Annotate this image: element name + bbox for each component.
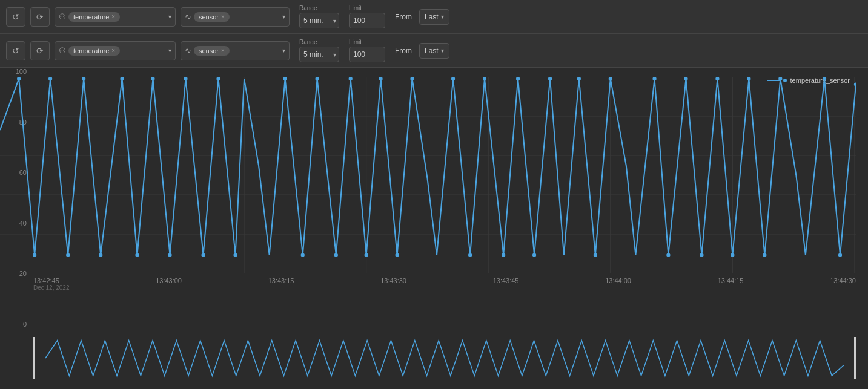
svg-point-29 [316, 77, 319, 80]
svg-point-35 [410, 77, 414, 80]
svg-point-28 [301, 253, 305, 257]
svg-point-52 [747, 77, 750, 80]
sync-button-1[interactable]: ⟳ [30, 7, 50, 27]
limit-group-2: Limit [349, 39, 385, 62]
svg-point-51 [731, 253, 734, 257]
series-input-2[interactable]: ∿ sensor × ▾ [181, 41, 290, 60]
from-label-2: From [395, 47, 412, 55]
svg-point-38 [483, 77, 486, 80]
svg-point-40 [516, 77, 520, 80]
temperature-tag-1[interactable]: temperature × [68, 12, 120, 22]
temperature-tag-2[interactable]: temperature × [68, 46, 120, 56]
svg-point-41 [532, 253, 536, 257]
sensor-tag-close-1[interactable]: × [221, 13, 225, 20]
svg-point-47 [666, 253, 670, 257]
limit-input-2[interactable] [349, 47, 385, 62]
svg-point-34 [395, 253, 399, 257]
x-label-6: 13:44:15 [718, 277, 744, 291]
x-label-7: 13:44:30 [830, 277, 856, 291]
svg-point-44 [594, 253, 597, 257]
sensor-tag-1[interactable]: sensor × [194, 12, 230, 22]
sensor-tag-2[interactable]: sensor × [194, 46, 230, 56]
svg-point-20 [135, 253, 139, 257]
svg-point-32 [365, 253, 368, 257]
metric-input-2[interactable]: ⚇ temperature × ▾ [55, 41, 176, 60]
svg-point-55 [823, 77, 826, 80]
chart-area: temperature_sensor 100 80 60 40 20 0 [0, 68, 868, 328]
y-label-100: 100 [16, 68, 27, 75]
svg-point-31 [349, 77, 353, 80]
svg-point-25 [216, 77, 220, 80]
temperature-tag-close-1[interactable]: × [111, 13, 115, 20]
x-label-3: 13:43:30 [380, 277, 406, 291]
svg-point-46 [652, 77, 656, 80]
range-label-1: Range [299, 5, 317, 11]
range-group-1: Range 5 min. 15 min. 1 hour [299, 5, 339, 28]
limit-group-1: Limit [349, 5, 385, 28]
svg-point-54 [778, 77, 782, 80]
svg-point-15 [48, 77, 52, 80]
svg-point-50 [715, 77, 719, 80]
temperature-tag-close-2[interactable]: × [111, 47, 115, 54]
toolbar-2: ↺ ⟳ ⚇ temperature × ▾ ∿ sensor × ▾ Range… [0, 34, 868, 68]
metric-dropdown-arrow-1[interactable]: ▾ [168, 13, 171, 20]
x-label-4: 13:43:45 [493, 277, 519, 291]
svg-point-24 [201, 253, 205, 257]
svg-point-57 [854, 82, 856, 86]
series-input-1[interactable]: ∿ sensor × ▾ [181, 7, 290, 27]
svg-point-14 [33, 253, 36, 257]
svg-point-18 [99, 253, 102, 257]
last-button-2[interactable]: Last [419, 43, 449, 59]
metric-icon-2: ⚇ [59, 46, 66, 55]
range-select-wrap-1[interactable]: 5 min. 15 min. 1 hour [299, 13, 339, 28]
svg-point-36 [451, 77, 455, 80]
svg-point-27 [283, 77, 287, 80]
svg-point-33 [379, 77, 382, 80]
range-group-2: Range 5 min. 15 min. 1 hour [299, 39, 339, 62]
sync-button-2[interactable]: ⟳ [30, 41, 50, 60]
svg-point-30 [334, 253, 338, 257]
range-label-2: Range [299, 39, 317, 45]
svg-point-26 [233, 253, 237, 257]
svg-point-53 [763, 253, 766, 257]
svg-point-22 [168, 253, 171, 257]
limit-label-2: Limit [349, 39, 362, 45]
y-label-0: 0 [23, 321, 27, 328]
scrubber-handle-left[interactable] [33, 337, 35, 379]
svg-point-43 [577, 77, 581, 80]
svg-point-56 [838, 253, 842, 257]
range-select-wrap-2[interactable]: 5 min. 15 min. 1 hour [299, 47, 339, 62]
toolbar-1: ↺ ⟳ ⚇ temperature × ▾ ∿ sensor × ▾ Range… [0, 0, 868, 34]
sensor-tag-close-2[interactable]: × [221, 47, 225, 54]
series-dropdown-arrow-1[interactable]: ▾ [282, 13, 285, 20]
refresh-button-2[interactable]: ↺ [6, 41, 25, 60]
series-dropdown-arrow-2[interactable]: ▾ [282, 47, 285, 54]
series-icon-2: ∿ [185, 46, 191, 55]
refresh-button-1[interactable]: ↺ [6, 7, 25, 27]
last-button-1[interactable]: Last [419, 9, 449, 25]
svg-point-39 [502, 253, 505, 257]
svg-point-48 [684, 77, 687, 80]
svg-point-42 [548, 77, 552, 80]
x-label-1: 13:43:00 [156, 277, 182, 291]
x-label-2: 13:43:15 [268, 277, 294, 291]
svg-point-16 [66, 253, 70, 257]
limit-input-1[interactable] [349, 13, 385, 28]
svg-point-23 [184, 77, 187, 80]
svg-point-13 [17, 77, 21, 80]
svg-point-17 [82, 77, 85, 80]
metric-input-1[interactable]: ⚇ temperature × ▾ [55, 7, 176, 27]
range-select-2[interactable]: 5 min. 15 min. 1 hour [299, 47, 339, 62]
mini-chart-svg [45, 337, 844, 379]
chart-svg-container [0, 77, 856, 273]
range-select-1[interactable]: 5 min. 15 min. 1 hour [299, 13, 339, 28]
svg-point-49 [700, 253, 703, 257]
scrubber-container [0, 328, 868, 388]
metric-dropdown-arrow-2[interactable]: ▾ [168, 47, 171, 54]
scrubber-handle-right[interactable] [854, 337, 856, 379]
x-label-5: 13:44:00 [605, 277, 631, 291]
main-chart-svg [0, 77, 856, 273]
svg-point-37 [468, 253, 472, 257]
metric-icon-1: ⚇ [59, 12, 66, 21]
limit-label-1: Limit [349, 5, 362, 11]
